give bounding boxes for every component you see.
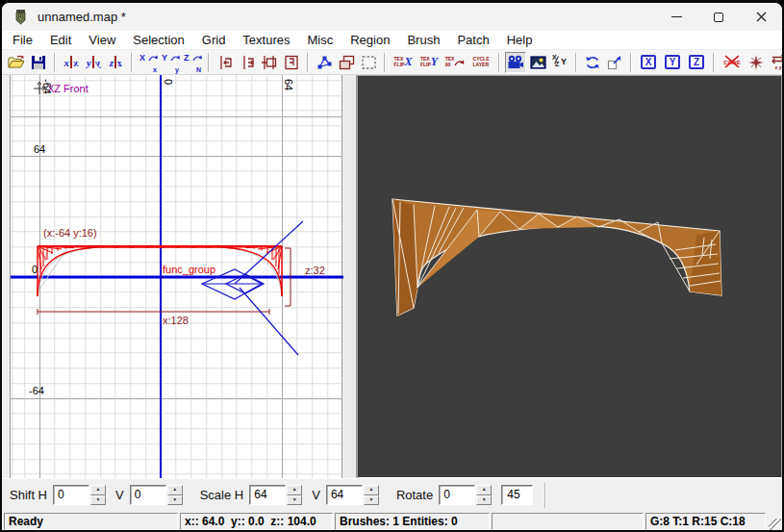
shift-h-down-button[interactable]: ▼ (90, 495, 106, 506)
camera-indicator[interactable] (202, 221, 303, 355)
texture-flip-x-icon: TEXFLIP X (394, 55, 413, 69)
viewport-2d[interactable]: (x:-64 y:16) x:128 z:32 func_group (11, 75, 341, 478)
lock-x-icon: X (641, 55, 657, 69)
selection-coords-label: (x:-64 y:16) (43, 227, 97, 239)
viewport-splitter[interactable] (341, 75, 357, 478)
toolbar-separator (208, 53, 210, 72)
menu-textures[interactable]: Textures (234, 31, 298, 49)
scale-h-up-button[interactable]: ▲ (287, 485, 302, 495)
texture-flip-y-icon: TEXFLIP Y (420, 55, 438, 69)
menu-view[interactable]: View (80, 31, 124, 49)
app-window: unnamed.map * File Edit View Selection G… (0, 0, 784, 532)
toolbar-separator (630, 53, 632, 72)
minimize-button[interactable] (655, 3, 697, 31)
shift-v-input[interactable]: 0 (130, 485, 166, 505)
close-button[interactable] (740, 3, 782, 31)
lock-y-axis-button[interactable]: Y (661, 52, 684, 73)
shift-h-up-button[interactable]: ▲ (90, 485, 106, 495)
shift-h-label: Shift H (10, 488, 47, 502)
texture-flip-x-button[interactable]: TEXFLIP X (391, 52, 416, 73)
shift-h-spinner: 0 ▲▼ (53, 485, 106, 505)
open-file-button[interactable] (6, 52, 27, 73)
rotate-down-button[interactable]: ▼ (476, 495, 492, 506)
controls-separator (544, 483, 546, 508)
scale-v-up-button[interactable]: ▲ (364, 485, 379, 495)
region-select-button[interactable] (358, 52, 379, 73)
flip-y-button[interactable]: yy (83, 52, 104, 73)
swap-xy-icon: x y (771, 54, 782, 70)
menu-selection[interactable]: Selection (124, 31, 192, 49)
toolbar-separator (54, 53, 56, 72)
flip-y-icon: yy (87, 56, 100, 68)
brush-merge-icon (284, 55, 299, 70)
toolbar-separator (384, 53, 386, 72)
scale-v-down-button[interactable]: ▼ (364, 495, 379, 506)
compass-rose-button[interactable] (746, 52, 767, 73)
cycle-layer-button[interactable]: CYCLELAYER (468, 52, 493, 73)
texture-view-button[interactable] (527, 52, 548, 73)
popup-window-button[interactable] (604, 52, 625, 73)
left-edge-strip (2, 75, 11, 478)
clone-brush-button[interactable] (336, 52, 357, 73)
open-folder-icon (8, 55, 25, 70)
brush-merge-button[interactable] (281, 52, 302, 73)
menu-file[interactable]: File (4, 31, 41, 49)
scale-v-input[interactable]: 64 (326, 485, 363, 505)
toolbar-separator (307, 53, 309, 72)
rotate-input[interactable]: 0 (439, 485, 475, 505)
flip-z-button[interactable]: zz (105, 52, 126, 73)
cone-toggle-button[interactable]: CONE (720, 52, 745, 73)
brush-split-button[interactable] (259, 52, 280, 73)
rotate-z-icon: Z N (184, 54, 201, 71)
selection-dimensions (38, 248, 291, 315)
scale-h-input[interactable]: 64 (249, 485, 286, 505)
status-ready-panel: Ready (4, 513, 178, 530)
brush-move-left-button[interactable] (215, 52, 236, 73)
rotate-step-input[interactable]: 45 (501, 485, 533, 505)
rotate-up-button[interactable]: ▲ (476, 485, 492, 495)
swap-view-axis-button[interactable]: XZY (549, 52, 570, 73)
shift-v-up-button[interactable]: ▲ (167, 485, 183, 495)
save-button[interactable] (28, 52, 49, 73)
maximize-button[interactable] (697, 3, 740, 31)
texture-rotate-90-button[interactable]: TEX90 (443, 52, 468, 73)
close-icon (756, 12, 767, 22)
menu-patch[interactable]: Patch (448, 31, 497, 49)
flip-x-button[interactable]: xx (61, 52, 82, 73)
scale-h-down-button[interactable]: ▼ (287, 495, 302, 506)
shift-h-input[interactable]: 0 (53, 485, 89, 505)
rotate-label: Rotate (396, 488, 433, 502)
menu-edit[interactable]: Edit (41, 31, 80, 49)
tick-top-0: 0 (163, 79, 174, 85)
app-icon (13, 9, 29, 25)
free-rotate-button[interactable] (582, 52, 603, 73)
shift-v-spinner: 0 ▲▼ (130, 485, 183, 505)
cycle-layer-icon: CYCLELAYER (473, 57, 490, 67)
rotate-spinner: 0 ▲▼ (439, 485, 492, 505)
surface-controls: Shift H 0 ▲▼ V 0 ▲▼ Scale H 64 ▲▼ V 64 ▲… (2, 478, 782, 511)
rotate-x-button[interactable]: X x (138, 52, 159, 73)
shift-v-down-button[interactable]: ▼ (167, 495, 183, 506)
tick-top-neg64: -64 (41, 79, 53, 94)
menu-help[interactable]: Help (498, 31, 542, 49)
menu-misc[interactable]: Misc (299, 31, 342, 49)
texture-flip-y-button[interactable]: TEXFLIP Y (417, 52, 442, 73)
menu-grid[interactable]: Grid (193, 31, 235, 49)
lock-z-axis-button[interactable]: Z (685, 52, 708, 73)
brush-move-left-icon (217, 55, 234, 70)
rotate-y-button[interactable]: Y y (160, 52, 181, 73)
camera-view-button[interactable] (505, 52, 526, 73)
brush-split-icon (261, 55, 278, 70)
vertex-mode-button[interactable] (314, 52, 335, 73)
brush-move-right-button[interactable] (237, 52, 258, 73)
status-counts-panel: Brushes: 1 Entities: 0 (335, 513, 490, 530)
scale-h-spinner: 64 ▲▼ (249, 485, 302, 505)
swap-xy-button[interactable]: x y (768, 52, 782, 73)
menu-brush[interactable]: Brush (398, 31, 448, 49)
toolbar-separator (713, 53, 715, 72)
viewport-3d[interactable] (357, 75, 782, 478)
resize-grip[interactable] (769, 519, 781, 531)
rotate-z-button[interactable]: Z N (182, 52, 203, 73)
lock-x-axis-button[interactable]: X (637, 52, 660, 73)
menu-region[interactable]: Region (341, 31, 398, 49)
